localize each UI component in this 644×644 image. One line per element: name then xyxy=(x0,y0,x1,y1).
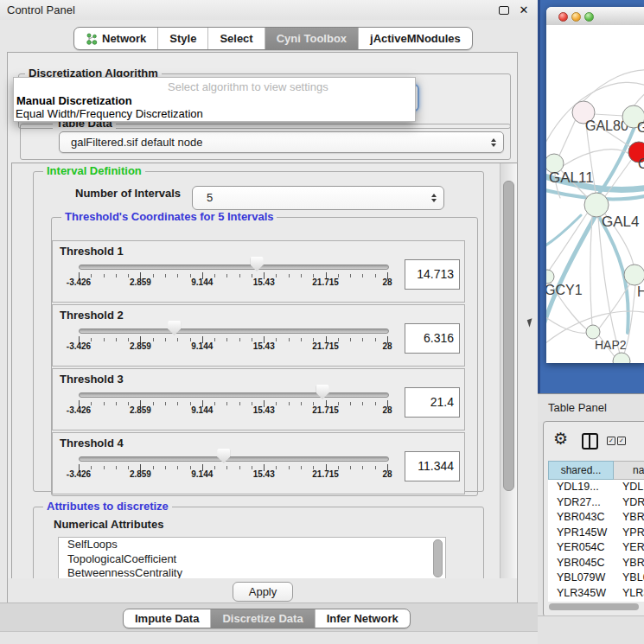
cell-name[interactable]: YIL0 xyxy=(614,601,644,602)
network-node-label: HAP2 xyxy=(595,338,627,352)
dropdown-option-manual[interactable]: Manual Discretization xyxy=(16,94,132,107)
slider-track[interactable] xyxy=(79,392,389,398)
network-node[interactable] xyxy=(624,265,644,285)
attribute-items: SelfLoopsTopologicalCoefficientBetweenne… xyxy=(59,538,445,580)
tab-cyni-toolbox[interactable]: Cyni Toolbox xyxy=(265,28,358,49)
apply-button[interactable]: Apply xyxy=(233,582,293,602)
tab-label: Cyni Toolbox xyxy=(277,28,347,49)
cell-name[interactable]: YPR1 xyxy=(614,526,644,541)
slider-track[interactable] xyxy=(79,328,389,334)
tab-infer-network[interactable]: Infer Network xyxy=(315,609,410,628)
network-icon xyxy=(86,33,98,45)
table-row[interactable]: YPR145WYPR1 xyxy=(548,526,644,541)
cyni-toolbox-panel: Discretization Algorithm Select algorith… xyxy=(7,52,518,604)
cell-shared-name[interactable]: YLR345W xyxy=(548,586,614,602)
slider-track[interactable] xyxy=(79,265,389,270)
cell-shared-name[interactable]: YPR145W xyxy=(548,526,614,541)
tab-discretize-data[interactable]: Discretize Data xyxy=(210,609,314,628)
attribute-list-item[interactable]: TopologicalCoefficient xyxy=(59,552,445,567)
slider-track[interactable] xyxy=(79,456,389,462)
cell-name[interactable]: YBR0 xyxy=(614,556,644,571)
split-columns-icon[interactable] xyxy=(582,433,598,450)
close-icon[interactable]: ✕ xyxy=(516,2,532,17)
control-panel-titlebar: Control Panel ✕ xyxy=(0,0,538,21)
threshold-value-field[interactable]: 14.713 xyxy=(405,259,460,290)
column-header-shared[interactable]: shared... xyxy=(548,461,614,480)
table-row[interactable]: YLR345WYLR3 xyxy=(548,586,644,602)
threshold-value-field[interactable]: 6.316 xyxy=(405,323,460,354)
dropdown-prompt[interactable]: Select algorithm to view settings xyxy=(168,80,328,93)
cell-shared-name[interactable]: YBR045C xyxy=(548,556,614,571)
float-window-icon[interactable] xyxy=(499,6,509,15)
threshold-value-field[interactable]: 21.4 xyxy=(405,387,460,418)
table-row[interactable]: YBL079WYBL0 xyxy=(548,571,644,586)
network-node-label: C xyxy=(638,156,644,171)
table-row[interactable]: YER054CYER0 xyxy=(548,540,644,556)
cell-name[interactable]: YLR3 xyxy=(614,586,644,602)
panel-scrollbar-track[interactable] xyxy=(500,163,518,579)
network-node[interactable] xyxy=(586,325,600,339)
slider-tick-labels: -3.4262.8599.14415.4321.71528 xyxy=(53,469,464,480)
table-row[interactable]: YBR045CYBR0 xyxy=(548,556,644,571)
cell-shared-name[interactable]: YBL079W xyxy=(548,571,614,586)
checkbox-icon: ✓ xyxy=(617,437,626,445)
table-data-combobox[interactable]: galFiltered.sif default node xyxy=(59,131,504,153)
column-header-name[interactable]: na xyxy=(614,461,644,480)
tick-label: -3.426 xyxy=(48,469,109,479)
network-edge xyxy=(583,70,644,101)
table-panel-title: Table Panel xyxy=(548,401,607,414)
checkbox-icon: ✓ xyxy=(607,437,615,445)
checkboxes-icon[interactable]: ✓ ✓ xyxy=(607,437,626,445)
numerical-attributes-list: SelfLoopsTopologicalCoefficientBetweenne… xyxy=(58,537,446,580)
network-svg: GAL80GACGAL11GAL4GCY1HHAP2 xyxy=(546,25,644,363)
dropdown-option-equal-width[interactable]: Equal Width/Frequency Discretization xyxy=(16,107,203,120)
tab-impute-data[interactable]: Impute Data xyxy=(124,609,210,628)
cell-shared-name[interactable]: YIL052C xyxy=(548,601,614,602)
cell-name[interactable]: YBR0 xyxy=(614,510,644,526)
network-edge xyxy=(546,314,589,333)
cell-name[interactable]: YDR2 xyxy=(614,495,644,511)
cell-shared-name[interactable]: YDL19... xyxy=(548,480,614,495)
top-tab-bar: Network Style Select Cyni Toolbox jActiv… xyxy=(0,20,538,52)
network-node[interactable] xyxy=(546,270,554,284)
table-row[interactable]: YDR27...YDR2 xyxy=(548,495,644,511)
network-edge xyxy=(599,284,630,328)
table-row[interactable]: YDL19...YDL1 xyxy=(548,480,644,495)
minimize-traffic-light-icon[interactable] xyxy=(571,12,581,22)
tab-jactivemnodules[interactable]: jActiveMNodules xyxy=(358,28,472,49)
attribute-list-item[interactable]: SelfLoops xyxy=(59,538,445,552)
cell-name[interactable]: YDL1 xyxy=(614,480,644,495)
tick-label: 21.715 xyxy=(296,341,356,351)
tick-label: 21.715 xyxy=(296,405,356,415)
network-node[interactable] xyxy=(613,353,630,363)
panel-scrollbar-thumb[interactable] xyxy=(503,181,514,491)
tick-label: -3.426 xyxy=(48,277,109,287)
table-hscrollbar-thumb[interactable] xyxy=(549,603,639,610)
tab-label: Network xyxy=(102,28,146,49)
threshold-value-field[interactable]: 11.344 xyxy=(405,451,460,481)
zoom-traffic-light-icon[interactable] xyxy=(584,12,594,22)
tab-select[interactable]: Select xyxy=(207,28,264,49)
table-row[interactable]: YBR043CYBR0 xyxy=(548,510,644,526)
network-edge xyxy=(546,215,581,248)
cell-name[interactable]: YBL0 xyxy=(614,571,644,586)
list-scrollbar-thumb[interactable] xyxy=(433,539,443,577)
tab-style[interactable]: Style xyxy=(157,28,207,49)
close-traffic-light-icon[interactable] xyxy=(558,12,568,22)
tab-label: Impute Data xyxy=(135,609,199,628)
tab-network[interactable]: Network xyxy=(74,28,157,49)
cell-shared-name[interactable]: YER054C xyxy=(548,540,614,556)
slider-tick-labels: -3.4262.8599.14415.4321.71528 xyxy=(53,405,464,416)
network-canvas[interactable]: GAL80GACGAL11GAL4GCY1HHAP2 xyxy=(546,25,644,363)
table-row[interactable]: YIL052CYIL0 xyxy=(548,601,644,602)
number-of-intervals-spinner[interactable]: 5 xyxy=(192,186,444,210)
gear-icon[interactable]: ⚙ xyxy=(553,429,568,448)
cell-name[interactable]: YER0 xyxy=(614,540,644,556)
apply-row: Apply xyxy=(8,578,517,603)
network-node-label: H xyxy=(637,284,644,299)
cell-shared-name[interactable]: YBR043C xyxy=(548,510,614,526)
network-edge xyxy=(546,217,595,328)
number-of-intervals-value: 5 xyxy=(207,187,213,209)
table-panel: ⚙ ✓ ✓ shared... na YDL19...YDL1YDR27...Y… xyxy=(543,421,644,617)
cell-shared-name[interactable]: YDR27... xyxy=(548,495,614,511)
